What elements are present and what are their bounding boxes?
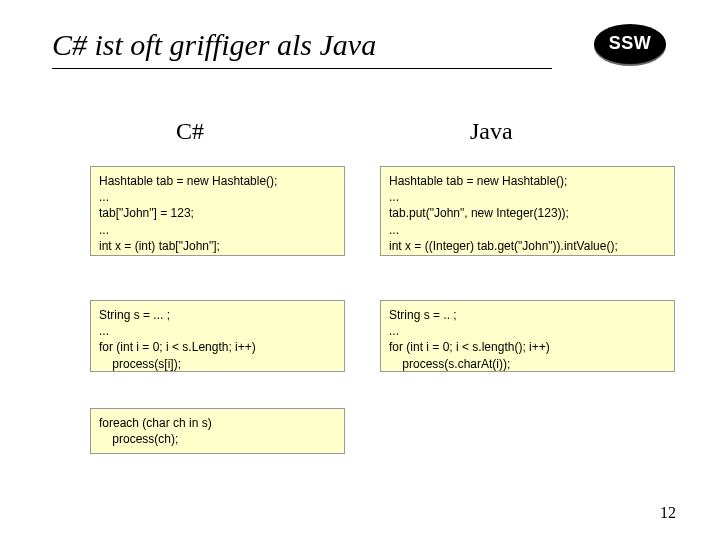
logo-text: SSW (588, 22, 672, 62)
code-csharp-hashtable: Hashtable tab = new Hashtable(); ... tab… (90, 166, 345, 256)
code-java-string-loop: String s = .. ; ... for (int i = 0; i < … (380, 300, 675, 372)
ssw-logo: SSW (588, 22, 672, 66)
page-number: 12 (660, 504, 676, 522)
code-java-hashtable: Hashtable tab = new Hashtable(); ... tab… (380, 166, 675, 256)
column-header-csharp: C# (176, 118, 204, 145)
slide: C# ist oft griffiger als Java SSW C# Jav… (0, 0, 720, 540)
slide-title: C# ist oft griffiger als Java (52, 28, 552, 69)
column-header-java: Java (470, 118, 513, 145)
code-csharp-string-loop: String s = ... ; ... for (int i = 0; i <… (90, 300, 345, 372)
code-csharp-foreach: foreach (char ch in s) process(ch); (90, 408, 345, 454)
